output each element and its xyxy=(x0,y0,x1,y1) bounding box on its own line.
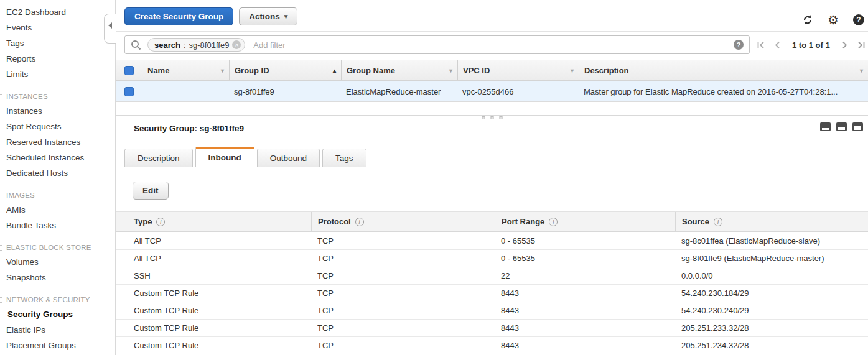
cell-protocol: TCP xyxy=(311,337,495,354)
search-filter-chip[interactable]: search : sg-8f01ffe9 × xyxy=(147,38,245,52)
create-security-group-button[interactable]: Create Security Group xyxy=(124,7,233,25)
column-label: Type xyxy=(134,217,152,226)
rule-row: All TCP TCP 0 - 65535 sg-8f01ffe9 (Elast… xyxy=(116,250,868,267)
row-checkbox[interactable] xyxy=(124,87,134,96)
sidebar-item-elastic-ips[interactable]: Elastic IPs xyxy=(0,322,115,338)
sidebar-item-volumes[interactable]: Volumes xyxy=(0,254,115,270)
sidebar-item-amis[interactable]: AMIs xyxy=(0,202,115,218)
column-label: Protocol xyxy=(318,217,351,226)
main-content: Create Security Group Actions ▾ ⚙ ? xyxy=(116,0,868,355)
sidebar-item-dedicated-hosts[interactable]: Dedicated Hosts xyxy=(0,165,115,181)
sidebar-collapse-button[interactable] xyxy=(104,14,116,44)
column-dropdown-icon[interactable]: ▾ xyxy=(571,67,574,74)
sidebar-item-bundle-tasks[interactable]: Bundle Tasks xyxy=(0,218,115,233)
sidebar-item-reports[interactable]: Reports xyxy=(0,51,115,67)
cell-source: 205.251.234.32/28 xyxy=(675,337,868,354)
info-icon[interactable]: i xyxy=(549,218,558,226)
tab-tags[interactable]: Tags xyxy=(322,149,366,167)
info-icon[interactable]: i xyxy=(355,218,364,226)
column-header-group-name[interactable]: Group Name ▾ xyxy=(341,60,457,80)
sidebar-item-scheduled-instances[interactable]: Scheduled Instances xyxy=(0,150,115,165)
cell-type: Custom TCP Rule xyxy=(116,320,311,336)
next-page-icon[interactable] xyxy=(842,41,847,49)
cell-protocol: TCP xyxy=(311,285,495,302)
detail-pane-title: Security Group: sg-8f01ffe9 xyxy=(134,124,244,133)
add-filter-input[interactable]: Add filter xyxy=(253,40,734,50)
sidebar-section-network-security[interactable]: NETWORK & SECURITY xyxy=(0,293,115,307)
select-all-checkbox[interactable] xyxy=(124,66,134,75)
pane-resize-handle[interactable] xyxy=(482,116,503,119)
layout-large-pane-icon[interactable] xyxy=(852,122,863,131)
column-label: Group ID xyxy=(235,66,269,75)
pagination: 1 to 1 of 1 xyxy=(757,35,866,54)
sidebar-section-elastic-block-store[interactable]: ELASTIC BLOCK STORE xyxy=(0,241,115,254)
cell-protocol: TCP xyxy=(311,250,495,267)
section-collapse-icon xyxy=(0,297,2,303)
help-icon[interactable]: ? xyxy=(853,14,864,25)
rules-table-header: Type i Protocol i Port Range i Source i xyxy=(116,211,868,232)
search-filter-box[interactable]: search : sg-8f01ffe9 × Add filter ? xyxy=(124,35,750,54)
rule-row: Custom TCP Rule TCP 8443 54.240.230.184/… xyxy=(116,285,868,302)
cell-port-range: 8443 xyxy=(495,302,675,319)
sidebar-section-label: NETWORK & SECURITY xyxy=(6,296,90,303)
column-header-protocol: Protocol i xyxy=(311,212,495,231)
info-icon[interactable]: i xyxy=(714,218,722,226)
layout-small-pane-icon[interactable] xyxy=(820,122,831,131)
cell-source: 205.251.233.32/28 xyxy=(675,320,868,336)
refresh-icon[interactable] xyxy=(802,14,813,25)
tab-outbound[interactable]: Outbound xyxy=(257,149,320,167)
actions-button[interactable]: Actions ▾ xyxy=(239,7,297,25)
first-page-icon[interactable] xyxy=(757,41,765,49)
column-label: Group Name xyxy=(347,66,395,75)
column-label: Source xyxy=(682,217,709,226)
info-icon[interactable]: i xyxy=(156,218,165,226)
rule-row: SSH TCP 22 0.0.0.0/0 xyxy=(116,267,868,285)
sidebar-section-label: INSTANCES xyxy=(6,93,48,100)
rule-row: All TCP TCP 0 - 65535 sg-8c01ffea (Elast… xyxy=(116,233,868,250)
sidebar-section-images[interactable]: IMAGES xyxy=(0,188,115,202)
column-dropdown-icon[interactable]: ▾ xyxy=(221,67,224,74)
sidebar-item-instances[interactable]: Instances xyxy=(0,103,115,119)
edit-button[interactable]: Edit xyxy=(133,182,169,200)
previous-page-icon[interactable] xyxy=(775,41,780,49)
layout-toggle-icons xyxy=(820,122,863,131)
cell-description: Master group for Elastic MapReduce creat… xyxy=(579,81,868,101)
sidebar-section-instances[interactable]: INSTANCES xyxy=(0,90,115,103)
column-header-group-id[interactable]: Group ID ▴ xyxy=(229,60,341,80)
tab-inbound[interactable]: Inbound xyxy=(195,147,254,167)
remove-filter-icon[interactable]: × xyxy=(232,40,241,49)
tab-description[interactable]: Description xyxy=(124,149,193,167)
column-header-vpc-id[interactable]: VPC ID ▾ xyxy=(457,60,579,80)
cell-port-range: 8443 xyxy=(495,337,675,354)
cell-name xyxy=(142,81,229,101)
detail-tabs: Description Inbound Outbound Tags xyxy=(116,147,868,167)
column-dropdown-icon[interactable]: ▾ xyxy=(449,67,452,74)
column-header-type: Type i xyxy=(116,212,311,231)
sidebar-item-reserved-instances[interactable]: Reserved Instances xyxy=(0,134,115,150)
console-utility-icons: ⚙ ? xyxy=(802,14,864,25)
security-group-row[interactable]: sg-8f01ffe9 ElasticMapReduce-master vpc-… xyxy=(116,81,868,102)
filter-key: search xyxy=(154,40,180,50)
layout-medium-pane-icon[interactable] xyxy=(836,122,847,131)
sidebar-item-limits[interactable]: Limits xyxy=(0,67,115,82)
pagination-text: 1 to 1 of 1 xyxy=(792,40,830,50)
filter-separator: : xyxy=(184,40,186,50)
sidebar-item-placement-groups[interactable]: Placement Groups xyxy=(0,338,115,353)
sidebar-item-ec2-dashboard[interactable]: EC2 Dashboard xyxy=(0,4,115,20)
column-dropdown-icon[interactable]: ▾ xyxy=(860,67,863,74)
sidebar-item-security-groups[interactable]: Security Groups xyxy=(0,307,115,322)
sort-ascending-icon[interactable]: ▴ xyxy=(333,67,336,74)
cell-type: All TCP xyxy=(116,233,311,249)
cell-port-range: 8443 xyxy=(495,285,675,302)
search-help-icon[interactable]: ? xyxy=(734,40,744,50)
ec2-console: EC2 Dashboard Events Tags Reports Limits… xyxy=(0,0,868,355)
column-header-description[interactable]: Description ▾ xyxy=(579,60,868,80)
column-header-name[interactable]: Name ▾ xyxy=(142,60,229,80)
sidebar-item-spot-requests[interactable]: Spot Requests xyxy=(0,119,115,134)
gear-icon[interactable]: ⚙ xyxy=(828,14,839,25)
last-page-icon[interactable] xyxy=(857,41,866,49)
sidebar-item-snapshots[interactable]: Snapshots xyxy=(0,270,115,285)
cell-source: 0.0.0.0/0 xyxy=(675,267,868,284)
sidebar-item-events[interactable]: Events xyxy=(0,20,115,35)
sidebar-item-tags[interactable]: Tags xyxy=(0,35,115,51)
